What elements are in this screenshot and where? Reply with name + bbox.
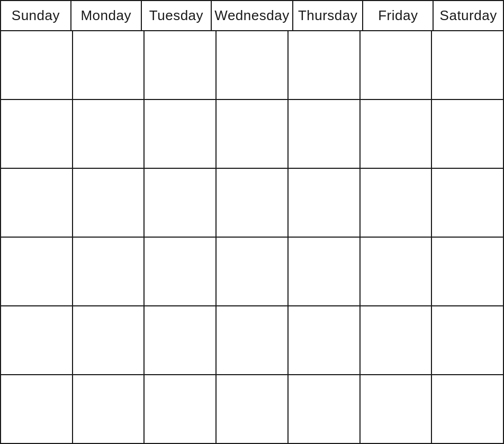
day-header-label-tuesday: Tuesday — [149, 7, 203, 24]
day-header-thursday: Thursday — [293, 1, 364, 30]
calendar-cell-3-6[interactable] — [361, 169, 433, 237]
calendar-cell-1-6[interactable] — [361, 31, 433, 99]
day-header-label-sunday: Sunday — [12, 7, 60, 24]
calendar-cell-4-4[interactable] — [217, 238, 289, 305]
calendar-cell-4-1[interactable] — [1, 238, 73, 305]
calendar-cell-2-6[interactable] — [361, 100, 433, 168]
calendar-row-1 — [1, 31, 503, 100]
calendar-cell-5-3[interactable] — [145, 306, 217, 374]
calendar-cell-3-4[interactable] — [217, 169, 289, 237]
calendar-cell-5-1[interactable] — [1, 306, 73, 374]
day-header-monday: Monday — [71, 1, 142, 30]
day-header-wednesday: Wednesday — [212, 1, 293, 30]
calendar-cell-6-1[interactable] — [1, 375, 73, 443]
calendar-row-6 — [1, 375, 503, 443]
calendar-cell-5-2[interactable] — [73, 306, 145, 374]
calendar-row-2 — [1, 100, 503, 169]
calendar-cell-3-3[interactable] — [145, 169, 217, 237]
day-header-friday: Friday — [363, 1, 434, 30]
calendar-cell-6-2[interactable] — [73, 375, 145, 443]
calendar-cell-2-2[interactable] — [73, 100, 145, 168]
calendar-cell-5-7[interactable] — [432, 306, 503, 374]
calendar-cell-6-3[interactable] — [145, 375, 217, 443]
calendar-grid: Sunday Monday Tuesday Wednesday Thursday… — [0, 0, 504, 444]
calendar-row-5 — [1, 306, 503, 375]
calendar-cell-1-5[interactable] — [289, 31, 361, 99]
calendar-cell-6-6[interactable] — [361, 375, 433, 443]
calendar-cell-4-2[interactable] — [73, 238, 145, 305]
calendar-cell-6-7[interactable] — [432, 375, 503, 443]
calendar-cell-5-5[interactable] — [289, 306, 361, 374]
calendar-cell-4-5[interactable] — [289, 238, 361, 305]
calendar-cell-6-5[interactable] — [289, 375, 361, 443]
calendar-cell-5-4[interactable] — [217, 306, 289, 374]
day-header-label-friday: Friday — [378, 7, 418, 24]
calendar-cell-1-3[interactable] — [145, 31, 217, 99]
calendar-cell-2-3[interactable] — [145, 100, 217, 168]
calendar-cell-2-4[interactable] — [217, 100, 289, 168]
calendar-cell-1-4[interactable] — [217, 31, 289, 99]
calendar-cell-5-6[interactable] — [361, 306, 433, 374]
day-header-label-thursday: Thursday — [298, 7, 357, 24]
calendar-cell-4-7[interactable] — [432, 238, 503, 305]
calendar-cell-3-5[interactable] — [289, 169, 361, 237]
calendar-row-3 — [1, 169, 503, 238]
calendar-cell-3-7[interactable] — [432, 169, 503, 237]
day-header-label-wednesday: Wednesday — [214, 7, 289, 24]
calendar-header-row: Sunday Monday Tuesday Wednesday Thursday… — [1, 1, 503, 31]
day-header-tuesday: Tuesday — [142, 1, 212, 30]
calendar-cell-1-2[interactable] — [73, 31, 145, 99]
day-header-sunday: Sunday — [1, 1, 71, 30]
calendar-cell-1-1[interactable] — [1, 31, 73, 99]
calendar-cell-4-3[interactable] — [145, 238, 217, 305]
calendar-cell-2-1[interactable] — [1, 100, 73, 168]
calendar-cell-2-7[interactable] — [432, 100, 503, 168]
calendar-body — [1, 31, 503, 443]
calendar-cell-4-6[interactable] — [361, 238, 433, 305]
calendar-row-4 — [1, 238, 503, 306]
day-header-label-monday: Monday — [80, 7, 131, 24]
calendar-cell-6-4[interactable] — [217, 375, 289, 443]
calendar-cell-2-5[interactable] — [289, 100, 361, 168]
day-header-saturday: Saturday — [434, 1, 503, 30]
day-header-label-saturday: Saturday — [440, 7, 497, 24]
calendar-cell-1-7[interactable] — [432, 31, 503, 99]
calendar-cell-3-2[interactable] — [73, 169, 145, 237]
calendar-cell-3-1[interactable] — [1, 169, 73, 237]
